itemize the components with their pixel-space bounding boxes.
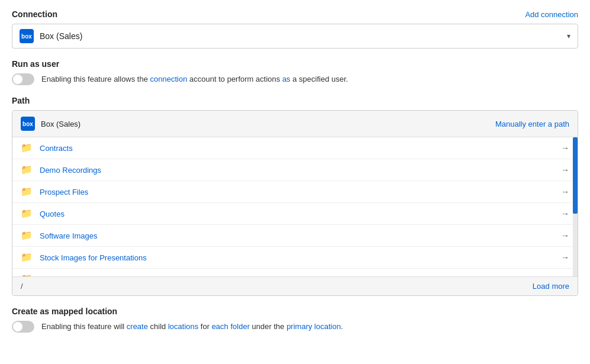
navigate-right-icon: → xyxy=(561,187,569,197)
path-browser: box Box (Sales) Manually enter a path 📁 … xyxy=(12,110,578,296)
run-as-user-section: Run as user Enabling this feature allows… xyxy=(12,59,578,85)
run-as-user-toggle-row: Enabling this feature allows the connect… xyxy=(12,73,578,85)
scrollbar-thumb[interactable] xyxy=(573,137,578,214)
navigate-right-icon: → xyxy=(561,231,569,240)
box-logo-icon: box xyxy=(20,29,34,43)
navigate-right-icon: → xyxy=(561,165,569,175)
folder-name: Quotes xyxy=(40,210,65,218)
create-link: create xyxy=(127,322,148,331)
primary-location-link: primary location xyxy=(286,322,341,331)
scrollbar-track[interactable] xyxy=(573,137,578,276)
connection-dropdown[interactable]: box Box (Sales) ▾ xyxy=(12,24,578,49)
folder-icon: 📁 xyxy=(21,253,33,262)
folder-item-templates[interactable]: 📁 Templates → xyxy=(12,269,578,276)
folder-icon: 📁 xyxy=(21,143,33,153)
path-browser-title: Box (Sales) xyxy=(41,120,80,128)
folder-item-contracts[interactable]: 📁 Contracts → xyxy=(12,137,578,159)
navigate-right-icon: → xyxy=(561,143,569,153)
path-browser-header-left: box Box (Sales) xyxy=(21,117,80,131)
path-footer: / Load more xyxy=(12,276,578,295)
folder-name: Stock Images for Presentations xyxy=(40,253,147,262)
mapped-location-toggle[interactable] xyxy=(12,321,34,333)
path-browser-header: box Box (Sales) Manually enter a path xyxy=(12,111,578,137)
selected-connection-label: Box (Sales) xyxy=(40,31,82,41)
connection-section: Connection Add connection box Box (Sales… xyxy=(12,9,578,49)
mapped-location-label: Create as mapped location xyxy=(12,307,578,316)
path-box-logo-icon: box xyxy=(21,117,35,131)
locations-link: locations xyxy=(168,322,198,331)
mapped-location-description: Enabling this feature will create child … xyxy=(41,321,343,333)
run-as-user-description: Enabling this feature allows the connect… xyxy=(41,74,348,85)
folder-name: Software Images xyxy=(40,231,98,240)
mapped-location-section: Create as mapped location Enabling this … xyxy=(12,307,578,333)
connection-dropdown-left: box Box (Sales) xyxy=(20,29,82,43)
as-link[interactable]: as xyxy=(282,75,291,83)
navigate-right-icon: → xyxy=(561,274,569,276)
current-path: / xyxy=(21,282,23,291)
navigate-right-icon: → xyxy=(561,209,569,218)
folder-item-software-images[interactable]: 📁 Software Images → xyxy=(12,225,578,247)
navigate-right-icon: → xyxy=(561,253,569,262)
manually-enter-path-link[interactable]: Manually enter a path xyxy=(495,120,569,128)
folder-icon: 📁 xyxy=(21,187,33,197)
add-connection-link[interactable]: Add connection xyxy=(525,10,578,19)
folder-name: Templates xyxy=(40,275,75,277)
chevron-down-icon: ▾ xyxy=(567,32,570,40)
connection-label: Connection xyxy=(12,9,57,19)
mapped-location-toggle-row: Enabling this feature will create child … xyxy=(12,321,578,333)
folder-list: 📁 Contracts → 📁 Demo Recordings → 📁 Pros… xyxy=(12,137,578,276)
connection-link[interactable]: connection xyxy=(150,75,188,83)
folder-icon: 📁 xyxy=(21,209,33,218)
folder-item-prospect-files[interactable]: 📁 Prospect Files → xyxy=(12,181,578,203)
folder-item-demo-recordings[interactable]: 📁 Demo Recordings → xyxy=(12,159,578,181)
folder-icon: 📁 xyxy=(21,231,33,240)
path-label: Path xyxy=(12,96,578,105)
folder-name: Demo Recordings xyxy=(40,166,101,175)
folder-item-stock-images[interactable]: 📁 Stock Images for Presentations → xyxy=(12,247,578,269)
folder-icon: 📁 xyxy=(21,274,33,276)
run-as-user-label: Run as user xyxy=(12,59,578,69)
folder-name: Contracts xyxy=(40,144,73,153)
path-section: Path box Box (Sales) Manually enter a pa… xyxy=(12,96,578,296)
run-as-user-toggle[interactable] xyxy=(12,73,34,85)
folder-item-quotes[interactable]: 📁 Quotes → xyxy=(12,203,578,225)
folder-name: Prospect Files xyxy=(40,188,88,197)
load-more-link[interactable]: Load more xyxy=(533,282,569,291)
folder-icon: 📁 xyxy=(21,165,33,175)
each-folder-link: each folder xyxy=(212,322,250,331)
